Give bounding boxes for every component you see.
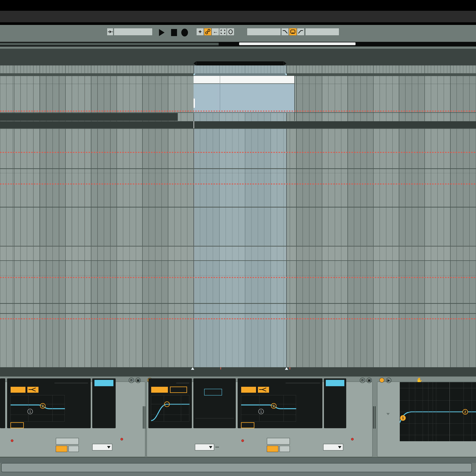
overview-handle-left[interactable] [0, 43, 219, 45]
clip-end-boundary [294, 76, 295, 121]
follow-button[interactable] [107, 28, 113, 35]
automation-arm-button[interactable] [204, 28, 211, 35]
high-shelf-on-button[interactable] [10, 387, 26, 393]
automation-led [241, 439, 244, 442]
chorus-section [324, 378, 346, 428]
clip-fade-handle[interactable] [194, 99, 195, 108]
loop-switch[interactable] [289, 28, 297, 35]
filter-node-1[interactable]: 1 [27, 409, 33, 414]
selection-corner-icon [194, 74, 196, 76]
diffusion-filter-graph[interactable]: 1 2 [10, 395, 65, 422]
chorus-on-button[interactable] [94, 380, 113, 386]
automation-line[interactable] [0, 152, 476, 153]
filter-node-2[interactable]: 2 [40, 403, 46, 409]
freeze-button[interactable] [267, 438, 290, 444]
chorus-on-button[interactable] [326, 380, 344, 386]
gain-marker-icon [386, 413, 390, 415]
low-shelf-button[interactable] [241, 422, 254, 428]
track-divider [0, 207, 476, 207]
density-dropdown[interactable] [92, 444, 112, 451]
lane-divider [0, 84, 476, 84]
diffusion-filter-graph[interactable]: 1 2 [241, 395, 296, 422]
arrangement-lanes[interactable] [0, 66, 476, 367]
cut-button[interactable] [279, 446, 290, 452]
ableton-live-window: + ← [0, 0, 476, 476]
loop-length-display[interactable] [305, 28, 339, 35]
flat-button[interactable] [267, 446, 278, 452]
device-resize-grip[interactable] [143, 406, 145, 429]
input-filter-graph[interactable] [151, 395, 189, 422]
punch-in-button[interactable] [281, 28, 289, 35]
eq-spectrum-graph[interactable]: 1 2 [400, 382, 476, 441]
eq-node-1[interactable]: 1 [400, 415, 406, 421]
status-bar [1, 463, 472, 472]
hot-swap-icon[interactable]: ⟳ [129, 378, 134, 383]
freeze-button[interactable] [56, 438, 79, 444]
play-button[interactable] [159, 29, 165, 36]
save-preset-icon[interactable]: ▣ [135, 378, 141, 383]
record-icon [181, 29, 188, 36]
beat-time-ruler[interactable] [0, 49, 476, 66]
loop-brace-bar [196, 61, 284, 66]
automation-line[interactable] [0, 184, 476, 185]
draw-mode-button[interactable] [227, 28, 234, 35]
play-icon [159, 29, 165, 36]
audio-clip-title-bar[interactable] [194, 76, 294, 84]
shelf-icon [28, 387, 38, 392]
lane-centerline [0, 173, 476, 173]
high-shelf-on-button[interactable] [241, 387, 256, 393]
low-shelf-button[interactable] [10, 422, 24, 428]
loop-start-display[interactable] [247, 28, 281, 35]
lane-divider [0, 128, 476, 129]
filter-node[interactable] [164, 401, 170, 407]
loop-brace-start-icon [194, 61, 196, 66]
selection-edge-line [194, 121, 194, 128]
time-ruler[interactable] [0, 367, 476, 376]
flat-button[interactable] [56, 446, 67, 452]
collapsed-track[interactable] [0, 121, 476, 128]
arrangement-position-display[interactable] [114, 28, 153, 35]
circle-icon [227, 28, 234, 35]
lo-cut-button[interactable] [151, 387, 168, 393]
eq-node-2[interactable]: 2 [462, 409, 468, 415]
automation-line[interactable] [0, 277, 476, 278]
high-shelf-type-button[interactable] [27, 387, 39, 393]
record-button[interactable] [181, 29, 188, 36]
stop-button[interactable] [171, 29, 177, 36]
shelf-icon [258, 387, 269, 392]
automation-line[interactable] [0, 318, 476, 319]
device-resize-grip[interactable] [373, 406, 375, 429]
smooth-dropdown[interactable] [195, 444, 214, 451]
punch-out-button[interactable] [297, 28, 304, 35]
diffusion-network-section: 1 2 [7, 378, 91, 428]
collapsed-clip[interactable] [0, 113, 178, 121]
cut-button[interactable] [68, 446, 79, 452]
hot-swap-icon[interactable]: ⟳ [360, 378, 365, 383]
chorus-section [92, 378, 116, 428]
device-activator-led[interactable] [379, 378, 384, 383]
filter-node-2[interactable]: 2 [271, 403, 276, 409]
bottom-strip [0, 472, 476, 476]
early-reflections-section [193, 378, 236, 428]
track-divider [0, 168, 476, 169]
automation-line[interactable] [0, 111, 476, 112]
filter-node-1[interactable]: 1 [258, 409, 264, 414]
new-button[interactable]: + [196, 28, 204, 35]
arrangement-overview[interactable] [0, 42, 476, 47]
loop-brace[interactable] [194, 61, 286, 66]
spin-button[interactable] [204, 389, 222, 395]
hi-cut-button[interactable] [170, 387, 187, 393]
overview-scroll-handle[interactable] [239, 42, 356, 45]
back-to-arrangement-button[interactable]: ← [212, 28, 219, 35]
input-filter-section [148, 378, 192, 428]
high-shelf-type-button[interactable] [258, 387, 269, 393]
device-area-footer [0, 457, 476, 463]
automation-led [351, 438, 354, 441]
spacer [0, 47, 476, 49]
selection-start-marker-icon [191, 367, 194, 370]
density-dropdown[interactable] [323, 444, 343, 451]
expand-device-icon[interactable]: ▶ [386, 378, 391, 383]
drop-zone[interactable] [0, 246, 476, 260]
save-preset-icon[interactable]: ▣ [366, 378, 372, 383]
punch-region-button[interactable] [219, 28, 227, 35]
